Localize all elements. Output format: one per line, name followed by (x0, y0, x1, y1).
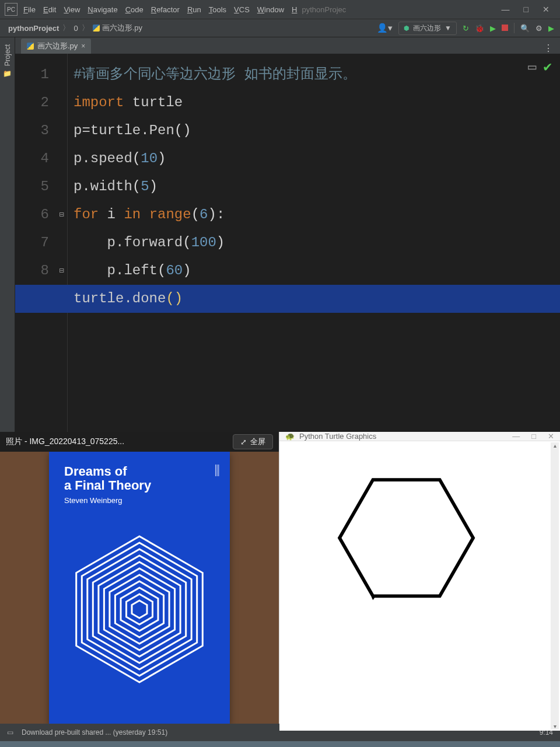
close-icon[interactable]: ✕ (542, 5, 550, 14)
gutter-line-numbers: 123456789 (15, 54, 56, 432)
turtle-app-icon: 🐢 (285, 432, 295, 441)
editor-tab[interactable]: 画六边形.py × (21, 39, 91, 54)
minimize-icon[interactable]: — (512, 432, 520, 441)
book-cover: |||||| Dreams ofa Final Theory Steven We… (49, 452, 230, 724)
turtle-canvas[interactable]: ▴ ▾ (279, 441, 560, 731)
code-line-2[interactable]: import turtle (74, 89, 560, 117)
folder-icon[interactable]: 📁 (3, 69, 12, 78)
os-taskbar (0, 741, 560, 747)
play-icon[interactable]: ▶ (548, 24, 554, 33)
status-message[interactable]: Download pre-built shared ... (yesterday… (22, 728, 167, 736)
scroll-down-icon[interactable]: ▾ (551, 723, 559, 729)
menu-refactor[interactable]: Refactor (151, 5, 180, 14)
crumb-file[interactable]: 画六边形.py (102, 23, 142, 33)
book-title-line2: a Final Theory (64, 478, 151, 493)
toolbar: pythonProject 〉 0 〉 画六边形.py 👤▾ ⬢ 画六边形 ▼ … (0, 19, 560, 37)
run-config-label: 画六边形 (413, 23, 441, 33)
maximize-icon[interactable]: □ (524, 5, 528, 14)
photo-app-window: 照片 - IMG_20220413_075225... ⤢ 全屏 |||||| … (0, 432, 279, 724)
python-file-icon (93, 25, 100, 32)
code-line-1[interactable]: #请画多个同心等边六边形 如书的封面显示。 (74, 61, 560, 89)
code-line-7[interactable]: p.forward(100) (74, 229, 560, 257)
menu-tools[interactable]: Tools (209, 5, 226, 14)
inspection-ok-icon[interactable]: ✔ (544, 58, 552, 75)
gutter-fold-marks: ⊟⊟ (56, 54, 68, 432)
vertical-scrollbar[interactable]: ▴ ▾ (551, 442, 559, 729)
code-line-3[interactable]: p=turtle.Pen() (74, 117, 560, 145)
crumb-project[interactable]: pythonProject (8, 24, 59, 33)
concentric-hexagons-graphic (64, 522, 215, 697)
svg-marker-3 (93, 556, 186, 663)
menu-code[interactable]: Code (125, 5, 144, 14)
svg-marker-2 (88, 549, 191, 669)
event-log-icon[interactable]: ▭ (7, 728, 13, 736)
code-line-8[interactable]: p.left(60) (74, 257, 560, 285)
minimize-icon[interactable]: — (502, 5, 510, 14)
python-file-icon (27, 43, 34, 50)
book-author: Steven Weinberg (64, 496, 151, 505)
tool-window-bar: Project 📁 (0, 37, 15, 432)
run-button[interactable]: ↻ (463, 24, 469, 33)
maximize-icon[interactable]: □ (531, 432, 536, 441)
titlebar: PC FileEditViewNavigateCodeRefactorRunTo… (0, 0, 560, 19)
photo-title: 照片 - IMG_20220413_075225... (6, 437, 124, 447)
user-icon[interactable]: 👤▾ (377, 23, 393, 33)
python-icon: ⬢ (404, 25, 410, 32)
code-line-5[interactable]: p.width(5) (74, 173, 560, 201)
tab-label: 画六边形.py (37, 41, 78, 51)
menu-run[interactable]: Run (187, 5, 201, 14)
menu-edit[interactable]: Edit (43, 5, 56, 14)
debug-button[interactable]: 🐞 (475, 24, 484, 33)
breadcrumb[interactable]: pythonProject 〉 0 〉 画六边形.py (8, 23, 142, 33)
scroll-up-icon[interactable]: ▴ (551, 442, 559, 449)
tab-close-icon[interactable]: × (81, 42, 85, 50)
stop-button[interactable] (502, 24, 508, 33)
svg-marker-6 (110, 575, 169, 644)
code-line-9[interactable]: turtle.done() (15, 285, 560, 313)
search-icon[interactable]: 🔍 (520, 24, 530, 33)
menu-vcs[interactable]: VCS (234, 5, 250, 14)
settings-icon[interactable]: ⚙ (536, 24, 542, 33)
project-tool-tab[interactable]: Project (4, 44, 12, 66)
fullscreen-button[interactable]: ⤢ 全屏 (233, 434, 273, 449)
chevron-down-icon: ▼ (444, 24, 452, 32)
crumb-folder[interactable]: 0 (74, 24, 78, 33)
menu-view[interactable]: View (64, 5, 80, 14)
pycharm-logo-icon: PC (5, 3, 18, 16)
hexagon-shape (340, 480, 473, 596)
expand-icon: ⤢ (240, 438, 247, 446)
run-play-button[interactable]: ▶ (490, 24, 496, 33)
run-config-selector[interactable]: ⬢ 画六边形 ▼ (398, 22, 457, 35)
svg-marker-4 (99, 562, 180, 657)
photo-viewport[interactable]: |||||| Dreams ofa Final Theory Steven We… (0, 452, 279, 724)
svg-marker-7 (115, 581, 163, 637)
menu-navigate[interactable]: Navigate (88, 5, 117, 14)
code-lines[interactable]: #请画多个同心等边六边形 如书的封面显示。import turtlep=turt… (68, 54, 560, 432)
turtle-window-title: Python Turtle Graphics (299, 432, 376, 441)
menu-h[interactable]: H (292, 5, 297, 14)
editor-tabs: 画六边形.py × ⋮ (15, 37, 560, 54)
code-line-6[interactable]: for i in range(6): (74, 201, 560, 229)
menu-window[interactable]: Window (257, 5, 284, 14)
svg-marker-0 (76, 536, 203, 682)
book-title-line1: Dreams of (64, 464, 127, 479)
code-line-4[interactable]: p.speed(10) (74, 145, 560, 173)
turtle-window: 🐢 Python Turtle Graphics — □ ✕ ▴ ▾ (279, 432, 560, 724)
close-icon[interactable]: ✕ (548, 432, 554, 441)
main-menu: FileEditViewNavigateCodeRefactorRunTools… (23, 5, 297, 14)
tab-overflow-icon[interactable]: ⋮ (544, 43, 553, 54)
reader-mode-icon[interactable]: ▭ (528, 58, 536, 75)
window-title: pythonProjec (302, 5, 346, 14)
book-corner-mark: |||||| (215, 465, 219, 476)
menu-file[interactable]: File (23, 5, 36, 14)
svg-marker-9 (127, 594, 153, 624)
code-editor[interactable]: ▭ ✔ 123456789 ⊟⊟ #请画多个同心等边六边形 如书的封面显示。im… (15, 54, 560, 432)
svg-marker-10 (132, 601, 147, 618)
